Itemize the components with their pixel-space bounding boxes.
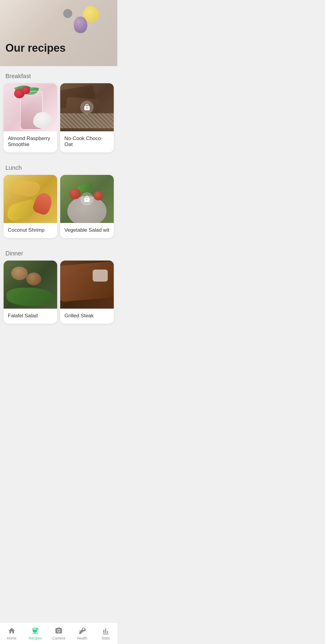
- card-title-dinner2: Grilled Steak: [60, 309, 114, 324]
- shrimp-piece-1: [5, 198, 39, 222]
- raspberry-2: [22, 86, 30, 94]
- dinner1-bg: [4, 261, 57, 309]
- card-almond-smoothie[interactable]: Almond Raspberry Smoothie: [4, 83, 57, 152]
- almond-bowl: [33, 112, 53, 128]
- card-image-smoothie: [4, 83, 57, 131]
- hero-fig-decoration: [74, 17, 87, 33]
- lock-overlay-chocooat: [60, 83, 114, 131]
- meat-piece: [60, 261, 114, 302]
- card-image-vegsalad: [60, 175, 114, 223]
- hero-section: Our recipes: [0, 0, 117, 66]
- card-vegetable-salad[interactable]: Vegetable Salad wit: [60, 175, 114, 238]
- card-title-chocooat: No-Cook Choco-Oat: [60, 131, 114, 152]
- card-image-dinner2: [60, 261, 114, 309]
- dinner-cards-row: Falafel Salad Grilled Steak: [0, 261, 117, 324]
- lock-overlay-vegsalad: [60, 175, 114, 223]
- content-scroll: Breakfast Almond Raspberry Smoothie: [0, 66, 117, 357]
- salad-leaves: [7, 288, 54, 306]
- card-coconut-shrimp[interactable]: Coconut Shrimp: [4, 175, 57, 238]
- smoothie-bg: [4, 83, 57, 131]
- lunch-cards-row: Coconut Shrimp Vegeta: [0, 175, 117, 238]
- card-falafel-salad[interactable]: Falafel Salad: [4, 261, 57, 324]
- card-image-coconutshrimp: [4, 175, 57, 223]
- spacer-breakfast-lunch: [0, 152, 117, 158]
- card-image-chocooat: [60, 83, 114, 131]
- lock-svg-chocooat: [83, 104, 91, 111]
- section-label-breakfast: Breakfast: [0, 66, 117, 83]
- salt-crystals: [93, 270, 108, 282]
- lock-icon-vegsalad: [80, 192, 94, 206]
- card-title-smoothie: Almond Raspberry Smoothie: [4, 131, 57, 152]
- section-label-dinner: Dinner: [0, 243, 117, 261]
- card-title-vegsalad: Vegetable Salad wit: [60, 223, 114, 238]
- card-title-dinner1: Falafel Salad: [4, 309, 57, 324]
- lock-svg-vegsalad: [83, 195, 91, 203]
- content-bottom-padding: [0, 324, 117, 351]
- card-image-dinner1: [4, 261, 57, 309]
- section-label-lunch: Lunch: [0, 158, 117, 175]
- card-steak[interactable]: Grilled Steak: [60, 261, 114, 324]
- card-title-coconutshrimp: Coconut Shrimp: [4, 223, 57, 238]
- hero-circle-decoration: [63, 9, 72, 18]
- lock-icon-chocooat: [80, 101, 94, 114]
- page-title: Our recipes: [5, 42, 66, 54]
- breakfast-cards-row: Almond Raspberry Smoothie No-Coo: [0, 83, 117, 152]
- spacer-lunch-dinner: [0, 238, 117, 243]
- card-choco-oat[interactable]: No-Cook Choco-Oat: [60, 83, 114, 152]
- shrimp-bg: [4, 175, 57, 223]
- dinner2-bg: [60, 261, 114, 309]
- falafel-2: [26, 273, 41, 285]
- shrimp-piece-2: [11, 179, 41, 198]
- falafel-1: [11, 267, 28, 280]
